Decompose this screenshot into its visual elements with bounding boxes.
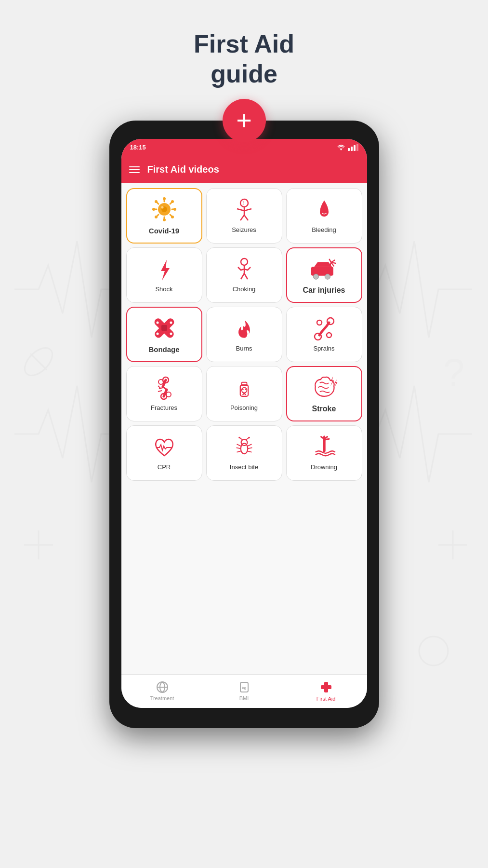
covid-label: Covid-19 — [149, 227, 179, 235]
app-header: First Aid videos — [121, 156, 367, 183]
fractures-label: Fractures — [151, 404, 177, 411]
card-drowning[interactable]: Drowning — [286, 425, 362, 481]
card-car-injuries[interactable]: Car injuries — [286, 247, 362, 303]
svg-point-11 — [161, 206, 163, 209]
card-poisoning[interactable]: Poisoning — [206, 366, 282, 421]
svg-point-51 — [170, 322, 172, 324]
poisoning-label: Poisoning — [230, 404, 258, 411]
items-grid: Covid-19 ! — [126, 188, 362, 486]
svg-point-53 — [170, 333, 172, 335]
card-burns[interactable]: Burns — [206, 307, 282, 362]
svg-point-0 — [20, 343, 57, 380]
bandage-icon — [150, 315, 179, 341]
card-bondage[interactable]: Bondage — [126, 307, 202, 362]
svg-marker-8 — [340, 149, 343, 150]
grid-scroll[interactable]: Covid-19 ! — [121, 183, 367, 674]
stroke-label: Stroke — [312, 405, 336, 413]
bondage-label: Bondage — [148, 345, 179, 353]
seizures-icon: ! — [232, 198, 256, 222]
phone-frame: 18:15 Firs — [109, 121, 379, 728]
card-cpr[interactable]: CPR — [126, 425, 202, 481]
svg-point-41 — [313, 274, 318, 279]
app-title: First Aid videos — [147, 164, 219, 175]
cpr-label: CPR — [158, 463, 171, 471]
svg-point-26 — [171, 200, 174, 203]
shock-icon — [152, 258, 176, 282]
cross-circle[interactable] — [223, 99, 266, 142]
svg-point-55 — [315, 333, 321, 340]
svg-point-68 — [241, 387, 247, 393]
cpr-icon — [152, 435, 176, 460]
sprains-icon — [312, 317, 336, 341]
svg-text:!: ! — [242, 201, 244, 206]
svg-line-86 — [248, 451, 251, 452]
insect-bite-label: Insect bite — [230, 463, 258, 471]
svg-point-76 — [241, 439, 247, 446]
svg-point-50 — [156, 322, 158, 324]
card-sprains[interactable]: Sprains — [286, 307, 362, 362]
card-insect-bite[interactable]: Insect bite — [206, 425, 282, 481]
drowning-icon — [312, 435, 336, 460]
svg-point-57 — [317, 320, 322, 325]
card-shock[interactable]: Shock — [126, 247, 202, 303]
nav-item-bmi[interactable]: kg BMI — [203, 681, 285, 701]
svg-point-42 — [325, 274, 330, 279]
svg-point-25 — [171, 216, 174, 218]
svg-line-64 — [158, 391, 162, 392]
svg-line-82 — [236, 448, 240, 448]
car-icon — [310, 256, 339, 282]
stroke-icon — [310, 374, 339, 401]
svg-text:?: ? — [443, 351, 465, 394]
page-title: First Aid guide — [194, 29, 294, 89]
svg-point-20 — [163, 197, 166, 200]
card-bleeding[interactable]: Bleeding — [286, 188, 362, 244]
treatment-icon — [156, 681, 169, 693]
svg-point-27 — [155, 216, 158, 218]
svg-point-7 — [419, 637, 448, 665]
card-seizures[interactable]: ! Seizures — [206, 188, 282, 244]
svg-line-81 — [237, 444, 240, 446]
svg-line-1 — [30, 353, 47, 370]
svg-line-33 — [240, 215, 244, 220]
nav-item-treatment[interactable]: Treatment — [121, 681, 203, 701]
svg-point-28 — [240, 199, 248, 207]
choking-icon — [232, 258, 256, 282]
covid-icon — [150, 196, 179, 223]
bottom-nav: Treatment kg BMI First Aid — [121, 674, 367, 708]
svg-line-47 — [329, 259, 331, 262]
insect-icon — [232, 435, 256, 460]
svg-point-58 — [327, 333, 331, 338]
svg-line-39 — [244, 273, 248, 279]
card-choking[interactable]: Choking — [206, 247, 282, 303]
svg-text:kg: kg — [242, 686, 246, 690]
shock-label: Shock — [155, 285, 172, 293]
bmi-icon: kg — [238, 681, 251, 693]
sprains-label: Sprains — [313, 345, 334, 352]
svg-line-34 — [244, 215, 248, 220]
car-injuries-label: Car injuries — [303, 286, 345, 295]
card-fractures[interactable]: Fractures — [126, 366, 202, 421]
bleeding-label: Bleeding — [312, 226, 336, 233]
svg-line-32 — [244, 209, 251, 211]
svg-marker-35 — [161, 260, 170, 281]
phone-screen: 18:15 Firs — [121, 139, 367, 708]
first-aid-nav-icon — [319, 680, 333, 694]
svg-point-23 — [173, 208, 176, 211]
hamburger-menu[interactable] — [129, 166, 140, 173]
card-stroke[interactable]: Stroke — [286, 366, 362, 421]
svg-line-85 — [248, 448, 252, 448]
svg-rect-54 — [161, 325, 167, 331]
svg-marker-74 — [334, 380, 337, 388]
nav-item-firstaid[interactable]: First Aid — [285, 680, 367, 702]
burns-icon — [232, 317, 256, 341]
card-covid19[interactable]: Covid-19 — [126, 188, 202, 244]
svg-line-83 — [237, 451, 240, 452]
poisoning-icon — [232, 376, 256, 400]
svg-point-80 — [248, 437, 250, 439]
svg-point-69 — [242, 389, 243, 390]
status-icons — [337, 144, 358, 151]
svg-point-56 — [327, 318, 334, 325]
bleeding-icon — [312, 198, 336, 222]
svg-point-36 — [241, 258, 248, 265]
seizures-label: Seizures — [232, 226, 256, 233]
